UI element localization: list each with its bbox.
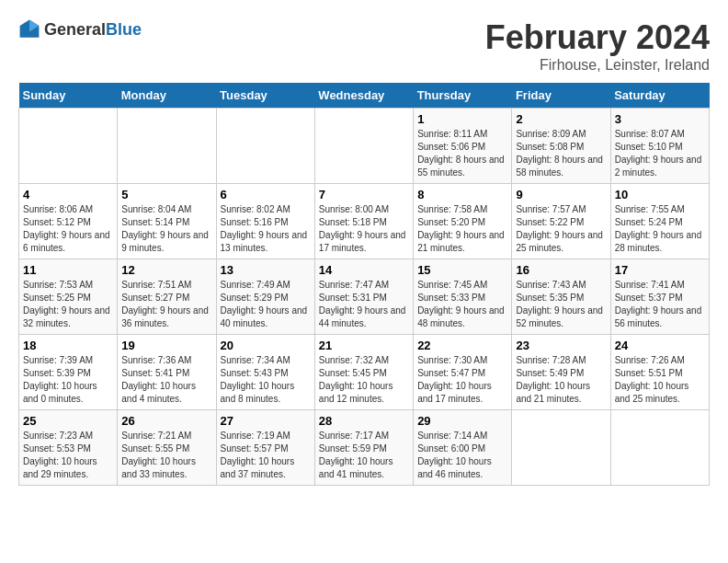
calendar-cell (314, 109, 413, 184)
calendar-cell: 12Sunrise: 7:51 AM Sunset: 5:27 PM Dayli… (118, 259, 216, 335)
calendar-cell: 26Sunrise: 7:21 AM Sunset: 5:55 PM Dayli… (118, 410, 216, 486)
month-title: February 2024 (485, 18, 710, 57)
column-header-wednesday: Wednesday (314, 83, 413, 109)
column-header-sunday: Sunday (19, 83, 118, 109)
day-info: Sunrise: 7:26 AM Sunset: 5:51 PM Dayligh… (615, 354, 705, 406)
day-number: 27 (221, 414, 311, 428)
logo: GeneralBlue (18, 18, 142, 40)
calendar-week-row: 25Sunrise: 7:23 AM Sunset: 5:53 PM Dayli… (19, 410, 710, 486)
day-number: 8 (417, 188, 507, 201)
day-info: Sunrise: 7:39 AM Sunset: 5:39 PM Dayligh… (23, 354, 113, 406)
day-number: 11 (23, 263, 113, 277)
day-info: Sunrise: 7:49 AM Sunset: 5:29 PM Dayligh… (221, 279, 311, 330)
day-info: Sunrise: 7:23 AM Sunset: 5:53 PM Dayligh… (23, 430, 113, 481)
day-number: 20 (221, 339, 311, 352)
day-info: Sunrise: 7:21 AM Sunset: 5:55 PM Dayligh… (121, 430, 211, 481)
calendar-week-row: 18Sunrise: 7:39 AM Sunset: 5:39 PM Dayli… (19, 335, 710, 410)
day-number: 17 (615, 263, 705, 277)
day-number: 29 (417, 414, 507, 428)
day-info: Sunrise: 7:32 AM Sunset: 5:45 PM Dayligh… (319, 354, 409, 406)
calendar-cell: 21Sunrise: 7:32 AM Sunset: 5:45 PM Dayli… (314, 335, 413, 410)
calendar-cell: 7Sunrise: 8:00 AM Sunset: 5:18 PM Daylig… (314, 184, 413, 259)
day-number: 18 (23, 339, 113, 352)
day-number: 9 (516, 188, 606, 201)
day-info: Sunrise: 7:34 AM Sunset: 5:43 PM Dayligh… (221, 354, 311, 406)
column-header-monday: Monday (118, 83, 216, 109)
day-info: Sunrise: 8:09 AM Sunset: 5:08 PM Dayligh… (516, 128, 606, 179)
day-info: Sunrise: 7:36 AM Sunset: 5:41 PM Dayligh… (121, 354, 211, 406)
calendar-cell: 24Sunrise: 7:26 AM Sunset: 5:51 PM Dayli… (610, 335, 709, 410)
calendar-cell: 10Sunrise: 7:55 AM Sunset: 5:24 PM Dayli… (610, 184, 709, 259)
day-number: 28 (319, 414, 409, 428)
logo-text-general: General (44, 20, 106, 39)
day-info: Sunrise: 8:02 AM Sunset: 5:16 PM Dayligh… (221, 203, 311, 255)
calendar-cell (19, 109, 118, 184)
day-number: 22 (417, 339, 507, 352)
calendar-cell: 5Sunrise: 8:04 AM Sunset: 5:14 PM Daylig… (118, 184, 216, 259)
calendar-cell: 29Sunrise: 7:14 AM Sunset: 6:00 PM Dayli… (414, 410, 512, 486)
calendar-cell: 13Sunrise: 7:49 AM Sunset: 5:29 PM Dayli… (216, 259, 314, 335)
day-number: 25 (23, 414, 113, 428)
calendar-cell: 4Sunrise: 8:06 AM Sunset: 5:12 PM Daylig… (19, 184, 118, 259)
calendar-cell: 11Sunrise: 7:53 AM Sunset: 5:25 PM Dayli… (19, 259, 118, 335)
day-number: 26 (121, 414, 211, 428)
day-info: Sunrise: 7:45 AM Sunset: 5:33 PM Dayligh… (417, 279, 507, 330)
day-number: 5 (121, 188, 211, 201)
logo-text-blue: Blue (106, 20, 142, 39)
day-number: 3 (615, 112, 705, 126)
calendar-week-row: 1Sunrise: 8:11 AM Sunset: 5:06 PM Daylig… (19, 109, 710, 184)
day-number: 23 (516, 339, 606, 352)
day-info: Sunrise: 8:11 AM Sunset: 5:06 PM Dayligh… (417, 128, 507, 179)
day-number: 4 (23, 188, 113, 201)
calendar-cell: 25Sunrise: 7:23 AM Sunset: 5:53 PM Dayli… (19, 410, 118, 486)
calendar-cell (118, 109, 216, 184)
calendar-cell: 17Sunrise: 7:41 AM Sunset: 5:37 PM Dayli… (610, 259, 709, 335)
day-number: 6 (221, 188, 311, 201)
location-title: Firhouse, Leinster, Ireland (485, 57, 710, 74)
day-info: Sunrise: 7:47 AM Sunset: 5:31 PM Dayligh… (319, 279, 409, 330)
calendar-cell: 19Sunrise: 7:36 AM Sunset: 5:41 PM Dayli… (118, 335, 216, 410)
day-info: Sunrise: 7:14 AM Sunset: 6:00 PM Dayligh… (417, 430, 507, 481)
day-info: Sunrise: 7:55 AM Sunset: 5:24 PM Dayligh… (615, 203, 705, 255)
day-info: Sunrise: 8:04 AM Sunset: 5:14 PM Dayligh… (121, 203, 211, 255)
day-number: 7 (319, 188, 409, 201)
day-number: 14 (319, 263, 409, 277)
day-info: Sunrise: 7:30 AM Sunset: 5:47 PM Dayligh… (417, 354, 507, 406)
calendar-cell (216, 109, 314, 184)
calendar-cell: 14Sunrise: 7:47 AM Sunset: 5:31 PM Dayli… (314, 259, 413, 335)
day-info: Sunrise: 7:58 AM Sunset: 5:20 PM Dayligh… (417, 203, 507, 255)
calendar-cell: 22Sunrise: 7:30 AM Sunset: 5:47 PM Dayli… (414, 335, 512, 410)
calendar-cell (610, 410, 709, 486)
column-header-saturday: Saturday (610, 83, 709, 109)
day-info: Sunrise: 7:43 AM Sunset: 5:35 PM Dayligh… (516, 279, 606, 330)
day-info: Sunrise: 8:00 AM Sunset: 5:18 PM Dayligh… (319, 203, 409, 255)
day-info: Sunrise: 7:19 AM Sunset: 5:57 PM Dayligh… (221, 430, 311, 481)
calendar-week-row: 4Sunrise: 8:06 AM Sunset: 5:12 PM Daylig… (19, 184, 710, 259)
calendar-cell (512, 410, 610, 486)
title-area: February 2024 Firhouse, Leinster, Irelan… (485, 18, 710, 74)
calendar-cell: 2Sunrise: 8:09 AM Sunset: 5:08 PM Daylig… (512, 109, 610, 184)
day-number: 19 (121, 339, 211, 352)
day-info: Sunrise: 8:07 AM Sunset: 5:10 PM Dayligh… (615, 128, 705, 179)
day-info: Sunrise: 7:17 AM Sunset: 5:59 PM Dayligh… (319, 430, 409, 481)
calendar-cell: 27Sunrise: 7:19 AM Sunset: 5:57 PM Dayli… (216, 410, 314, 486)
calendar-week-row: 11Sunrise: 7:53 AM Sunset: 5:25 PM Dayli… (19, 259, 710, 335)
day-number: 15 (417, 263, 507, 277)
calendar-cell: 18Sunrise: 7:39 AM Sunset: 5:39 PM Dayli… (19, 335, 118, 410)
column-header-friday: Friday (512, 83, 610, 109)
calendar-cell: 8Sunrise: 7:58 AM Sunset: 5:20 PM Daylig… (414, 184, 512, 259)
calendar-cell: 3Sunrise: 8:07 AM Sunset: 5:10 PM Daylig… (610, 109, 709, 184)
calendar-cell: 6Sunrise: 8:02 AM Sunset: 5:16 PM Daylig… (216, 184, 314, 259)
header: GeneralBlue February 2024 Firhouse, Lein… (18, 18, 710, 74)
calendar-cell: 20Sunrise: 7:34 AM Sunset: 5:43 PM Dayli… (216, 335, 314, 410)
calendar-cell: 28Sunrise: 7:17 AM Sunset: 5:59 PM Dayli… (314, 410, 413, 486)
calendar-cell: 15Sunrise: 7:45 AM Sunset: 5:33 PM Dayli… (414, 259, 512, 335)
day-info: Sunrise: 7:41 AM Sunset: 5:37 PM Dayligh… (615, 279, 705, 330)
day-number: 13 (221, 263, 311, 277)
day-info: Sunrise: 7:53 AM Sunset: 5:25 PM Dayligh… (23, 279, 113, 330)
calendar-cell: 16Sunrise: 7:43 AM Sunset: 5:35 PM Dayli… (512, 259, 610, 335)
day-number: 12 (121, 263, 211, 277)
day-number: 21 (319, 339, 409, 352)
calendar-cell: 23Sunrise: 7:28 AM Sunset: 5:49 PM Dayli… (512, 335, 610, 410)
day-number: 16 (516, 263, 606, 277)
